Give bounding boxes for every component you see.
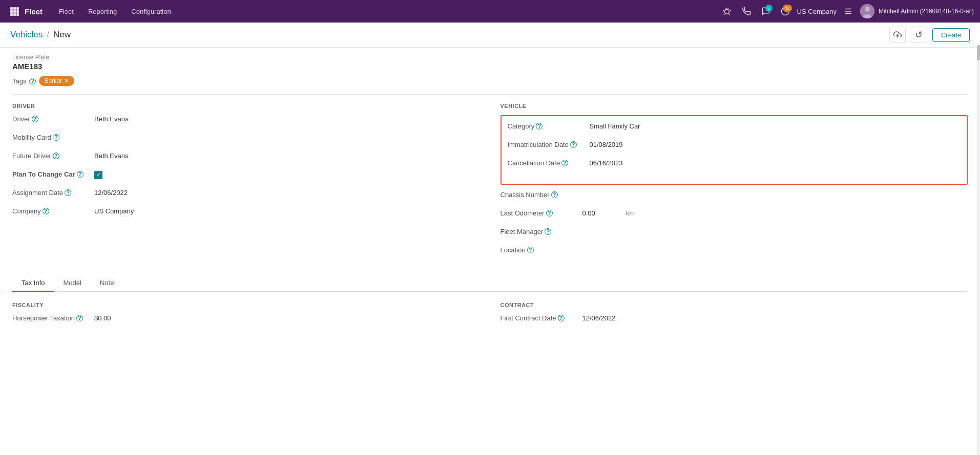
tag-senior-label: Senior (44, 77, 62, 84)
chassis-number-label: Chassis Number ? (501, 191, 582, 199)
license-plate-label: License Plate (12, 54, 968, 61)
plan-to-change-car-label: Plan To Change Car ? (12, 170, 94, 178)
first-contract-date-help-icon[interactable]: ? (558, 315, 565, 321)
field-category: Category ? Small Family Car (508, 122, 961, 136)
header-actions: ↺ Create (889, 27, 970, 43)
immatriculation-date-help-icon[interactable]: ? (570, 141, 577, 148)
first-contract-date-value[interactable]: 12/06/2022 (582, 314, 968, 322)
tab-model[interactable]: Model (54, 275, 91, 292)
field-immatriculation-date: Immatriculation Date ? 01/08/2019 (508, 141, 961, 154)
driver-section: DRIVER Driver ? Beth Evans Mobility Card… (12, 103, 480, 265)
svg-rect-2 (16, 7, 19, 10)
location-help-icon[interactable]: ? (527, 247, 534, 253)
driver-section-title: DRIVER (12, 103, 480, 109)
immatriculation-date-value[interactable]: 01/08/2019 (590, 141, 961, 148)
field-driver: Driver ? Beth Evans (12, 115, 480, 128)
chat-icon-btn[interactable]: 5 (758, 4, 774, 19)
license-plate-section: License Plate AME183 (12, 54, 968, 71)
refresh-button[interactable]: ↺ (911, 27, 927, 43)
mobility-card-label: Mobility Card ? (12, 134, 94, 141)
field-fleet-manager: Fleet Manager ? (501, 228, 968, 241)
user-name[interactable]: Mitchell Admin (21609148-16-0-all) (879, 8, 974, 15)
user-avatar[interactable] (860, 4, 874, 18)
assignment-date-help-icon[interactable]: ? (65, 189, 71, 196)
vehicle-section-title: VEHICLE (501, 103, 968, 109)
upload-button[interactable] (889, 27, 906, 43)
menu-configuration[interactable]: Configuration (125, 5, 177, 18)
bottom-sections: FISCALITY Horsepower Taxation ? $0.00 CO… (12, 292, 968, 343)
horsepower-taxation-label: Horsepower Taxation ? (12, 314, 94, 322)
tab-note[interactable]: Note (91, 275, 123, 292)
field-first-contract-date: First Contract Date ? 12/06/2022 (501, 314, 968, 328)
field-assignment-date: Assignment Date ? 12/06/2022 (12, 189, 480, 202)
bug-icon-btn[interactable] (719, 4, 735, 19)
svg-rect-8 (16, 13, 19, 16)
app-name[interactable]: Fleet (25, 7, 43, 16)
plan-to-change-car-checked-icon[interactable]: ✓ (94, 171, 102, 179)
top-menu: Fleet Reporting Configuration (53, 5, 719, 18)
field-horsepower-taxation: Horsepower Taxation ? $0.00 (12, 314, 480, 328)
field-chassis-number: Chassis Number ? (501, 191, 968, 204)
vehicle-highlight-box: Category ? Small Family Car Immatriculat… (501, 115, 968, 185)
plan-to-change-car-checkbox[interactable]: ✓ (94, 170, 480, 179)
company-help-icon[interactable]: ? (43, 208, 49, 214)
first-contract-date-label: First Contract Date ? (501, 314, 582, 322)
menu-reporting[interactable]: Reporting (82, 5, 123, 18)
clock-icon-btn[interactable]: 42 (778, 4, 793, 19)
license-plate-value[interactable]: AME183 (12, 62, 968, 71)
fiscality-title: FISCALITY (12, 302, 480, 308)
scrollbar[interactable] (977, 45, 980, 343)
category-value[interactable]: Small Family Car (590, 122, 961, 130)
main-content: License Plate AME183 Tags ? Senior ✕ DRI… (0, 48, 980, 343)
cancellation-date-value[interactable]: 06/16/2023 (590, 159, 961, 167)
fleet-manager-label: Fleet Manager ? (501, 228, 582, 235)
company-name[interactable]: US Company (797, 8, 837, 15)
scrollbar-thumb[interactable] (977, 45, 980, 60)
breadcrumb-separator: / (47, 30, 49, 40)
tag-senior-remove[interactable]: ✕ (64, 77, 69, 84)
svg-rect-0 (10, 7, 13, 10)
svg-point-15 (865, 7, 870, 12)
last-odometer-label: Last Odometer ? (501, 209, 582, 217)
field-company: Company ? US Company (12, 207, 480, 221)
field-last-odometer: Last Odometer ? 0.00 km (501, 209, 968, 223)
driver-help-icon[interactable]: ? (32, 116, 38, 122)
tab-tax-info[interactable]: Tax Info (12, 275, 54, 292)
future-driver-help-icon[interactable]: ? (53, 153, 59, 159)
settings-icon-btn[interactable] (841, 4, 856, 19)
last-odometer-help-icon[interactable]: ? (546, 210, 553, 216)
phone-icon-btn[interactable] (739, 4, 754, 19)
secondary-header: Vehicles / New ↺ Create (0, 23, 980, 48)
mobility-card-help-icon[interactable]: ? (53, 134, 59, 141)
field-plan-to-change-car: Plan To Change Car ? ✓ (12, 170, 480, 184)
company-value[interactable]: US Company (94, 207, 480, 215)
breadcrumb-vehicles[interactable]: Vehicles (10, 30, 43, 40)
field-mobility-card: Mobility Card ? (12, 134, 480, 147)
driver-value[interactable]: Beth Evans (94, 115, 480, 123)
assignment-date-label: Assignment Date ? (12, 189, 94, 197)
tags-help-icon[interactable]: ? (29, 78, 36, 84)
fleet-manager-help-icon[interactable]: ? (545, 228, 551, 235)
tags-label: Tags (12, 77, 26, 85)
horsepower-taxation-help-icon[interactable]: ? (76, 315, 83, 321)
horsepower-taxation-value[interactable]: $0.00 (94, 314, 480, 322)
last-odometer-value[interactable]: 0.00 km (582, 209, 968, 217)
company-label: Company ? (12, 207, 94, 215)
tag-senior: Senior ✕ (39, 76, 74, 86)
grid-menu-icon[interactable] (6, 3, 23, 19)
category-help-icon[interactable]: ? (536, 123, 543, 129)
assignment-date-value[interactable]: 12/06/2022 (94, 189, 480, 197)
tags-section: Tags ? Senior ✕ (12, 76, 968, 86)
chassis-number-help-icon[interactable]: ? (551, 191, 558, 198)
fiscality-section: FISCALITY Horsepower Taxation ? $0.00 (12, 302, 480, 333)
future-driver-value[interactable]: Beth Evans (94, 152, 480, 160)
plan-to-change-car-help-icon[interactable]: ? (77, 171, 84, 178)
chat-badge: 5 (765, 5, 773, 12)
breadcrumb-current: New (53, 30, 71, 40)
cancellation-date-help-icon[interactable]: ? (561, 160, 568, 166)
create-button[interactable]: Create (932, 28, 970, 42)
svg-rect-7 (13, 13, 16, 16)
future-driver-label: Future Driver ? (12, 152, 94, 160)
svg-rect-6 (10, 13, 13, 16)
menu-fleet[interactable]: Fleet (53, 5, 80, 18)
